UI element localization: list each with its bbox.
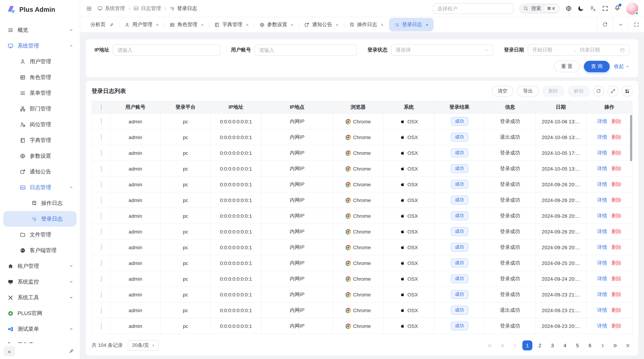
first-page-button[interactable] — [485, 341, 495, 351]
content-fullscreen-icon[interactable] — [628, 17, 644, 32]
global-search[interactable]: 搜索 ⌘ K — [518, 3, 560, 14]
row-checkbox[interactable] — [101, 323, 102, 329]
sidebar-item-client-management[interactable]: 客户端管理 — [0, 242, 80, 258]
row-checkbox[interactable] — [101, 181, 102, 188]
sidebar-item-system-tools[interactable]: 系统工具 — [0, 290, 80, 305]
sidebar-item-operation-log[interactable]: 操作日志 — [0, 195, 80, 211]
delete-link[interactable]: 删除 — [612, 291, 622, 297]
sidebar-item-param-settings[interactable]: 参数设置 — [0, 148, 80, 164]
scrollbar-thumb[interactable] — [630, 115, 632, 161]
row-checkbox[interactable] — [101, 228, 102, 235]
sidebar-item-login-log[interactable]: 登录日志 — [3, 211, 76, 227]
prev-page-button[interactable] — [510, 341, 520, 351]
delete-link[interactable]: 删除 — [612, 228, 622, 234]
sidebar-item-overview[interactable]: 概览 — [0, 22, 80, 38]
delete-link[interactable]: 删除 — [612, 244, 622, 250]
row-checkbox[interactable] — [101, 150, 102, 156]
next-page-button[interactable] — [598, 341, 608, 351]
close-tab-icon[interactable]: × — [291, 22, 294, 27]
fullscreen-icon[interactable] — [602, 5, 608, 12]
language-icon[interactable]: 文A — [590, 5, 596, 12]
tab-operation-log[interactable]: 操作日志× — [344, 17, 389, 32]
page-6-button[interactable]: 6 — [585, 341, 595, 351]
column-settings-button[interactable] — [622, 86, 632, 96]
page-4-button[interactable]: 4 — [560, 341, 570, 351]
breadcrumb-system-management[interactable]: 系统管理 — [97, 5, 125, 12]
delete-link[interactable]: 删除 — [612, 118, 622, 124]
sidebar-item-workflow[interactable]: 工作流 — [0, 337, 80, 343]
breadcrumb-log-management[interactable]: DEV日志管理 — [134, 5, 161, 12]
menu-toggle-icon[interactable] — [86, 5, 92, 12]
detail-link[interactable]: 详情 — [597, 197, 607, 203]
delete-link[interactable]: 删除 — [612, 213, 622, 218]
detail-link[interactable]: 详情 — [597, 134, 607, 140]
sidebar-item-log-management[interactable]: DEV日志管理 — [0, 179, 80, 195]
row-checkbox[interactable] — [101, 165, 102, 172]
refresh-page-icon[interactable] — [597, 17, 612, 32]
sidebar-item-system-monitor[interactable]: 系统监控 — [0, 274, 80, 290]
login-date-range[interactable]: 开始日期 → 结束日期 — [528, 44, 630, 56]
ip-address-input[interactable] — [113, 44, 220, 56]
sidebar-item-post-management[interactable]: 岗位管理 — [0, 117, 80, 132]
sidebar-item-user-management[interactable]: 用户管理 — [0, 54, 80, 69]
login-status-select[interactable]: 请选择 — [391, 44, 493, 56]
sidebar-item-plus-website[interactable]: PLUS官网 — [0, 305, 80, 321]
breadcrumb-login-log[interactable]: 登录日志 — [170, 5, 197, 12]
export-button[interactable]: 导出 — [517, 86, 539, 96]
row-checkbox[interactable] — [101, 244, 102, 251]
row-checkbox[interactable] — [101, 197, 102, 203]
close-tab-icon[interactable]: × — [336, 22, 338, 27]
reset-button[interactable]: 重 置 — [554, 61, 580, 72]
pin-icon[interactable] — [109, 22, 114, 27]
sidebar-item-file-management[interactable]: 文件管理 — [0, 227, 80, 242]
tab-dict-management[interactable]: 字典管理× — [209, 17, 254, 32]
tab-analysis-page[interactable]: 分析页 — [85, 17, 119, 32]
settings-gear-icon[interactable] — [565, 5, 572, 12]
sidebar-item-menu-management[interactable]: 菜单管理 — [0, 85, 80, 101]
sidebar-item-role-management[interactable]: 角色管理 — [0, 69, 80, 85]
detail-link[interactable]: 详情 — [597, 213, 607, 218]
sidebar-collapse-button[interactable]: « — [4, 346, 15, 356]
page-2-button[interactable]: 2 — [535, 341, 545, 351]
sidebar-item-tenant-management[interactable]: 租户管理 — [0, 258, 80, 274]
delete-link[interactable]: 删除 — [612, 307, 622, 313]
sidebar-item-dept-management[interactable]: 部门管理 — [0, 101, 80, 117]
dark-mode-moon-icon[interactable] — [578, 5, 584, 12]
sidebar-item-system-management[interactable]: 系统管理 — [0, 38, 80, 54]
delete-link[interactable]: 删除 — [612, 134, 622, 140]
detail-link[interactable]: 详情 — [597, 260, 607, 266]
detail-link[interactable]: 详情 — [597, 181, 607, 187]
delete-link[interactable]: 删除 — [612, 150, 622, 155]
sidebar-item-dict-management[interactable]: 字典管理 — [0, 132, 80, 148]
detail-link[interactable]: 详情 — [597, 228, 607, 234]
tab-role-management[interactable]: 角色管理× — [164, 17, 209, 32]
delete-link[interactable]: 删除 — [612, 165, 622, 171]
detail-link[interactable]: 详情 — [597, 150, 607, 155]
tabs-dropdown-chevron-icon[interactable] — [612, 17, 628, 32]
detail-link[interactable]: 详情 — [597, 307, 607, 313]
sidebar-pin-icon[interactable] — [68, 348, 74, 354]
page-1-button[interactable]: 1 — [522, 341, 532, 351]
detail-link[interactable]: 详情 — [597, 323, 607, 329]
row-checkbox[interactable] — [101, 276, 102, 282]
sidebar-item-test-menu[interactable]: 测试菜单 — [0, 321, 80, 337]
close-tab-icon[interactable]: × — [156, 22, 159, 27]
sidebar-item-notice-announcement[interactable]: 通知公告 — [0, 164, 80, 179]
detail-link[interactable]: 详情 — [597, 165, 607, 171]
tab-login-log[interactable]: 登录日志× — [389, 18, 434, 31]
next-5-pages-button[interactable] — [610, 341, 620, 351]
detail-link[interactable]: 详情 — [597, 244, 607, 250]
row-checkbox[interactable] — [101, 307, 102, 314]
prev-5-pages-button[interactable] — [497, 341, 507, 351]
row-checkbox[interactable] — [101, 291, 102, 298]
delete-link[interactable]: 删除 — [612, 323, 622, 329]
clear-button[interactable]: 清空 — [492, 86, 514, 96]
refresh-list-button[interactable] — [593, 86, 604, 96]
close-tab-icon[interactable]: × — [201, 22, 204, 27]
delete-link[interactable]: 删除 — [612, 276, 622, 281]
user-avatar[interactable] — [626, 2, 638, 14]
page-5-button[interactable]: 5 — [572, 341, 582, 351]
select-all-checkbox[interactable] — [101, 104, 102, 110]
unlock-button[interactable]: 解锁 — [568, 86, 590, 96]
row-checkbox[interactable] — [101, 118, 102, 125]
